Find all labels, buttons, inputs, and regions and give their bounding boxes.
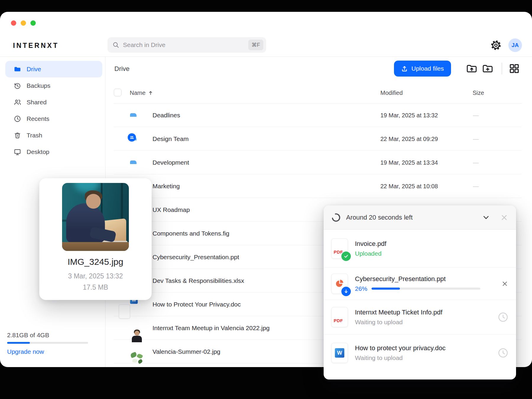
- sidebar-item-backups[interactable]: Backups: [5, 77, 102, 94]
- collapse-panel-button[interactable]: [482, 213, 490, 221]
- upload-item-name: Cybersecurity_Presentation.ppt: [355, 275, 480, 283]
- table-row[interactable]: Design Team 22 Mar, 2025 at 09:29 —: [114, 127, 522, 151]
- file-name: Valencia-Summer-02.jpg: [153, 348, 220, 355]
- sidebar-item-label: Drive: [27, 66, 41, 73]
- close-panel-button[interactable]: [500, 213, 508, 222]
- table-row[interactable]: Marketing 22 Mar, 2025 at 10:08 —: [114, 174, 522, 198]
- search-input[interactable]: [122, 41, 248, 49]
- file-name: UX Roadmap: [153, 206, 190, 213]
- sidebar-item-label: Desktop: [27, 148, 49, 155]
- cancel-upload-button[interactable]: [501, 280, 508, 287]
- zoom-button[interactable]: [30, 20, 36, 26]
- avatar[interactable]: JA: [508, 38, 522, 52]
- select-all-checkbox[interactable]: [114, 89, 121, 96]
- upload-item: PDF Internxt Meetup Ticket Info.pdf Wait…: [324, 300, 516, 335]
- sidebar-item-trash[interactable]: Trash: [5, 127, 102, 144]
- upload-item-status: Uploaded: [355, 250, 386, 257]
- file-name: Dev Tasks & Responsibilities.xlsx: [153, 277, 244, 284]
- preview-date: 3 Mar, 2025 13:32: [39, 272, 152, 280]
- upload-eta-label: Around 20 seconds left: [346, 214, 413, 221]
- pdf-file-icon: PDF: [331, 307, 348, 327]
- sidebar-item-shared[interactable]: Shared: [5, 94, 102, 111]
- column-header-name[interactable]: Name: [130, 90, 153, 96]
- file-preview-card: IMG_3245.jpg 3 Mar, 2025 13:32 17.5 MB: [39, 178, 152, 300]
- users-icon: [14, 98, 21, 106]
- trash-icon: [14, 132, 21, 139]
- table-header: Name Modified Size: [114, 84, 522, 104]
- history-icon: [14, 82, 21, 90]
- table-row[interactable]: Development 19 Mar, 2025 at 13:34 —: [114, 151, 522, 174]
- upload-item-name: How to protect your privacy.doc: [355, 344, 446, 352]
- upload-item: Cybersecurity_Presentation.ppt 26%: [324, 267, 516, 300]
- table-row[interactable]: Deadlines 19 Mar, 2025 at 13:32 —: [114, 103, 522, 127]
- shared-users-badge: [128, 133, 136, 142]
- storage-meter: 2.81GB of 4GB Upgrade now: [7, 332, 88, 355]
- sort-ascending-icon: [148, 90, 153, 96]
- upload-progress-panel: Around 20 seconds left PDF Invoice.pdf U…: [324, 205, 516, 379]
- file-name: Components and Tokens.fig: [153, 230, 229, 237]
- internxt-logo: INTERNXT: [13, 42, 59, 50]
- file-size: —: [473, 159, 479, 166]
- sidebar-item-recents[interactable]: Recents: [5, 111, 102, 127]
- upload-folder-button[interactable]: [465, 62, 478, 75]
- upload-item-name: Invoice.pdf: [355, 240, 386, 248]
- pdf-file-icon: PDF: [331, 239, 348, 259]
- minimize-button[interactable]: [21, 20, 26, 26]
- file-name: Internxt Team Meetup in Valencia 2022.jp…: [153, 325, 270, 332]
- file-size: —: [473, 112, 479, 119]
- spinner-icon: [331, 213, 341, 222]
- gear-icon: [490, 39, 502, 51]
- file-name: Cybersecurity_Presentation.ppt: [153, 254, 239, 261]
- folder-upload-icon: [466, 63, 478, 74]
- waiting-clock-icon: [498, 312, 508, 322]
- file-modified: 22 Mar, 2025 at 09:29: [380, 135, 438, 142]
- column-header-size: Size: [473, 90, 484, 96]
- upgrade-link[interactable]: Upgrade now: [7, 348, 88, 355]
- search-icon: [112, 41, 119, 48]
- upload-item: PDF Invoice.pdf Uploaded: [324, 230, 516, 267]
- page-title: Drive: [114, 65, 129, 73]
- preview-photo: [62, 183, 129, 251]
- file-name: Development: [153, 159, 189, 166]
- storage-progressbar: [7, 342, 88, 344]
- sidebar-item-label: Shared: [27, 99, 47, 106]
- upload-item-status: Waiting to upload: [355, 354, 446, 361]
- uploading-download-badge: [341, 287, 351, 296]
- upload-panel-header: Around 20 seconds left: [324, 205, 516, 230]
- monitor-icon: [14, 148, 21, 156]
- file-name: How to Protect Your Privacy.doc: [153, 301, 241, 308]
- storage-usage-label: 2.81GB of 4GB: [7, 332, 88, 339]
- folder-icon: [14, 65, 21, 73]
- upload-item: W How to protect your privacy.doc Waitin…: [324, 335, 516, 371]
- grid-view-icon: [509, 63, 520, 74]
- grid-view-button[interactable]: [508, 62, 521, 75]
- sidebar: Drive Backups Shared: [5, 61, 102, 160]
- column-name-label: Name: [130, 90, 145, 96]
- file-modified: 19 Mar, 2025 at 13:34: [380, 159, 438, 166]
- file-name: Design Team: [153, 135, 189, 142]
- upload-files-button[interactable]: Upload files: [394, 61, 451, 77]
- sidebar-item-drive[interactable]: Drive: [5, 61, 102, 77]
- upload-icon: [401, 65, 408, 72]
- clock-icon: [14, 115, 21, 123]
- sidebar-item-label: Trash: [27, 132, 42, 139]
- file-name: Deadlines: [153, 112, 180, 119]
- file-size: —: [473, 135, 479, 142]
- waiting-clock-icon: [498, 348, 508, 358]
- upload-button-label: Upload files: [411, 65, 444, 72]
- close-button[interactable]: [11, 20, 16, 26]
- settings-button[interactable]: [489, 39, 502, 52]
- sidebar-item-label: Backups: [27, 82, 51, 89]
- file-name: Marketing: [153, 183, 180, 190]
- preview-filename: IMG_3245.jpg: [39, 257, 152, 267]
- upload-item-status: Waiting to upload: [355, 319, 442, 326]
- preview-size: 17.5 MB: [39, 283, 152, 291]
- file-modified: 19 Mar, 2025 at 13:32: [380, 112, 438, 119]
- sidebar-item-label: Recents: [27, 115, 49, 122]
- search-bar[interactable]: ⌘F: [108, 37, 266, 53]
- ppt-file-icon: [331, 274, 348, 294]
- column-header-modified: Modified: [380, 90, 403, 96]
- new-folder-button[interactable]: [481, 62, 494, 75]
- file-modified: 22 Mar, 2025 at 10:08: [380, 183, 438, 189]
- sidebar-item-desktop[interactable]: Desktop: [5, 144, 102, 160]
